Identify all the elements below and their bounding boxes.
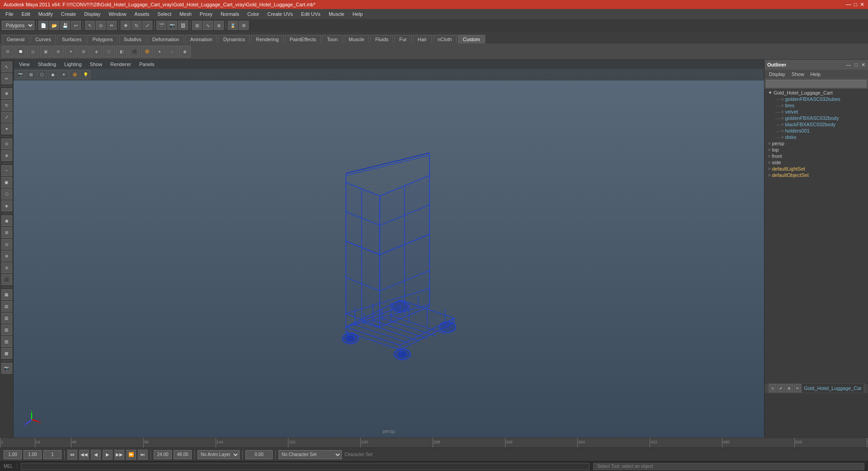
channel-btn-2[interactable]: ✔ <box>777 384 784 392</box>
menu-mesh[interactable]: Mesh <box>176 10 195 18</box>
extra-tool-6[interactable]: ▩ <box>1 348 12 359</box>
menu-file[interactable]: File <box>2 10 17 18</box>
pb-next-frame-btn[interactable]: ▶▶ <box>114 450 124 460</box>
channel-btn-4[interactable]: ✏ <box>794 384 801 392</box>
universal-manip-btn[interactable]: ✦ <box>1 124 12 134</box>
select-mode-btn[interactable]: ↖ <box>1 62 12 72</box>
range-start-input[interactable] <box>4 450 22 459</box>
vp-menu-show[interactable]: Show <box>86 61 106 68</box>
outliner-menu-show[interactable]: Show <box>789 71 807 78</box>
tab-general[interactable]: General <box>2 35 29 43</box>
shelf-icon-13[interactable]: ● <box>154 46 165 57</box>
select-tool-btn[interactable]: ↖ <box>85 21 95 30</box>
viewport[interactable]: View Shading Lighting Show Renderer Pane… <box>14 60 764 438</box>
subdiv-tool-btn[interactable]: ◈ <box>1 200 12 211</box>
frame-counter-input[interactable] <box>245 450 273 459</box>
snap-grid-btn[interactable]: ⊞ <box>192 21 202 30</box>
snap-curve-btn[interactable]: ∿ <box>203 21 213 30</box>
title-bar-controls[interactable]: — □ ✕ <box>846 1 864 8</box>
shelf-icon-10[interactable]: ◧ <box>116 46 127 57</box>
vp-tb-light3[interactable]: 💡 <box>80 70 90 79</box>
menu-display[interactable]: Display <box>80 10 104 18</box>
tree-item-holders001[interactable]: —○holders001 <box>764 128 868 134</box>
move-btn[interactable]: ✥ <box>1 88 12 99</box>
menu-create-uvs[interactable]: Create UVs <box>264 10 297 18</box>
tab-muscle[interactable]: Muscle <box>344 35 369 43</box>
lasso-tool-btn[interactable]: ⊙ <box>96 21 106 30</box>
tab-rendering[interactable]: Rendering <box>251 35 284 43</box>
shelf-icon-11[interactable]: ⬛ <box>128 46 140 57</box>
menu-window[interactable]: Window <box>105 10 130 18</box>
paint-btn[interactable]: ✏ <box>1 73 12 84</box>
vp-menu-view[interactable]: View <box>15 61 33 68</box>
menu-help[interactable]: Help <box>349 10 367 18</box>
extra-tool-1[interactable]: ▦ <box>1 289 12 300</box>
camera-tool-btn[interactable]: 📷 <box>1 363 12 374</box>
shelf-icon-1[interactable]: ⚙ <box>2 46 14 57</box>
shelf-icon-7[interactable]: ⊞ <box>78 46 90 57</box>
menu-assets[interactable]: Assets <box>131 10 153 18</box>
rotate-tool-btn[interactable]: ↻ <box>132 21 142 30</box>
range-start-input-2[interactable] <box>24 450 42 459</box>
range-end-input[interactable] <box>154 450 172 459</box>
vp-tb-wireframe[interactable]: ⬡ <box>37 70 47 79</box>
mel-command-input[interactable] <box>21 463 590 470</box>
curve-tool-btn[interactable]: ~ <box>1 165 12 176</box>
skin-btn[interactable]: ⬛ <box>1 274 12 285</box>
shelf-icon-3[interactable]: ◎ <box>27 46 39 57</box>
menu-muscle[interactable]: Muscle <box>325 10 348 18</box>
surface-tool-btn[interactable]: ▣ <box>1 177 12 188</box>
display-render-btn[interactable]: 🖼 <box>178 21 188 30</box>
menu-edit-uvs[interactable]: Edit UVs <box>297 10 324 18</box>
tab-surfaces[interactable]: Surfaces <box>57 35 86 43</box>
shelf-icon-5[interactable]: ⊕ <box>52 46 64 57</box>
cluster-tool-btn[interactable]: ◎ <box>1 239 12 250</box>
menu-proxy[interactable]: Proxy <box>196 10 216 18</box>
outliner-maximize-btn[interactable]: □ <box>854 62 858 68</box>
tree-item-goldenFBXASC032body[interactable]: —○goldenFBXASC032body <box>764 115 868 121</box>
shelf-icon-14[interactable]: ○ <box>166 46 178 57</box>
menu-create[interactable]: Create <box>57 10 80 18</box>
show-manipulator-btn[interactable]: ⊕ <box>1 150 12 161</box>
anim-end-input[interactable] <box>174 450 192 459</box>
tree-item-blackFBXASC032body[interactable]: —○blackFBXASC032body <box>764 121 868 128</box>
menu-select[interactable]: Select <box>154 10 175 18</box>
vp-menu-lighting[interactable]: Lighting <box>61 61 85 68</box>
shelf-icon-6[interactable]: ✦ <box>65 46 77 57</box>
shelf-icon-12[interactable]: 🔆 <box>141 46 153 57</box>
ik-tool-btn[interactable]: ⊘ <box>1 262 12 273</box>
lattice-tool-btn[interactable]: ⊞ <box>1 227 12 238</box>
move-tool-btn[interactable]: ✥ <box>121 21 131 30</box>
ipr-btn[interactable]: 📷 <box>167 21 177 30</box>
shelf-icon-9[interactable]: ⬡ <box>103 46 115 57</box>
tab-hair[interactable]: Hair <box>413 35 432 43</box>
minimize-btn[interactable]: — <box>846 1 851 8</box>
deform-tool-btn[interactable]: ◉ <box>1 215 12 226</box>
vp-tb-light2[interactable]: 🔆 <box>70 70 80 79</box>
tree-item-top[interactable]: ○top <box>764 147 868 153</box>
outliner-menu-display[interactable]: Display <box>766 71 788 78</box>
scale-tool-btn[interactable]: ⤢ <box>142 21 152 30</box>
polygon-tool-btn[interactable]: ⬡ <box>1 189 12 200</box>
tree-item-velvet[interactable]: —○velvet <box>764 109 868 115</box>
pb-prev-frame-btn[interactable]: ◀ <box>91 450 101 460</box>
input-output-btn[interactable]: ⚙ <box>239 21 249 30</box>
tree-item-defaultObjectSet[interactable]: ○defaultObjectSet <box>764 172 868 178</box>
history-btn[interactable]: ⌛ <box>228 21 238 30</box>
shelf-icon-2[interactable]: 🔲 <box>14 46 26 57</box>
undo-btn[interactable]: ↩ <box>71 21 81 30</box>
render-btn[interactable]: 🎬 <box>156 21 166 30</box>
tab-custom[interactable]: Custom <box>458 35 485 43</box>
viewport-canvas[interactable]: .wire { stroke: #2244cc; stroke-width: 1… <box>14 81 764 438</box>
pb-next-key-btn[interactable]: ⏩ <box>126 450 136 460</box>
menu-edit[interactable]: Edit <box>18 10 34 18</box>
open-scene-btn[interactable]: 📂 <box>49 21 59 30</box>
save-scene-btn[interactable]: 💾 <box>60 21 70 30</box>
scale-btn[interactable]: ⤢ <box>1 112 12 123</box>
shelf-icon-15[interactable]: ◉ <box>179 46 191 57</box>
vp-menu-panels[interactable]: Panels <box>136 61 158 68</box>
menu-color[interactable]: Color <box>244 10 263 18</box>
vp-tb-light1[interactable]: ☀ <box>59 70 69 79</box>
vp-tb-camera[interactable]: 📷 <box>15 70 25 79</box>
tab-ncloth[interactable]: nCloth <box>433 35 457 43</box>
